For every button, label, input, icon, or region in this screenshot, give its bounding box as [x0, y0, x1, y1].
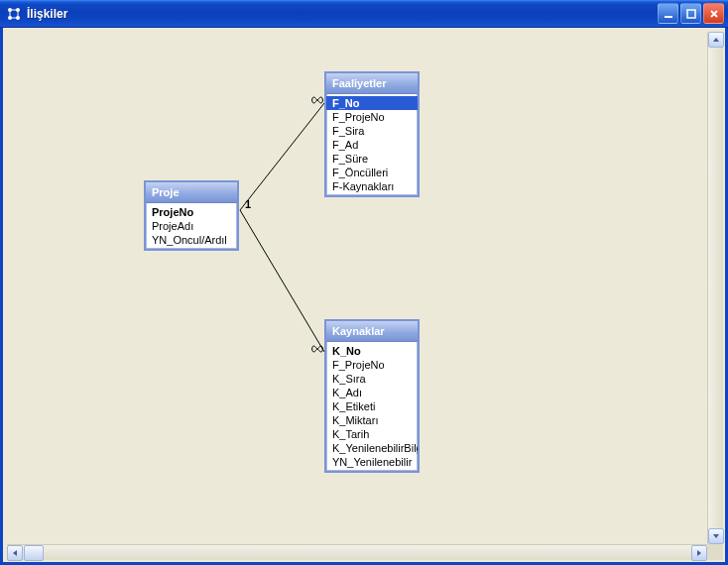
table-row[interactable]: K_Tarih: [326, 427, 418, 441]
table-row[interactable]: ProjeNo: [146, 205, 237, 219]
table-row[interactable]: F_Sira: [326, 124, 418, 138]
cardinality-one: 1: [245, 198, 251, 210]
cardinality-many-icon: [310, 345, 324, 353]
scrollbar-thumb[interactable]: [24, 545, 44, 561]
entity-title[interactable]: Faaliyetler: [326, 73, 418, 94]
entity-title[interactable]: Proje: [146, 182, 237, 203]
table-row[interactable]: K_Etiketi: [326, 399, 418, 413]
scroll-right-button[interactable]: [691, 545, 707, 561]
table-row[interactable]: K_YenilenebilirBilg: [326, 441, 418, 455]
table-row[interactable]: YN_Yenilenebilir: [326, 455, 418, 469]
horizontal-scrollbar[interactable]: [7, 544, 707, 560]
vertical-scrollbar[interactable]: [707, 32, 723, 544]
window-title: İlişkiler: [27, 7, 658, 21]
table-row[interactable]: K_Miktarı: [326, 413, 418, 427]
scroll-down-button[interactable]: [708, 528, 724, 544]
relationships-canvas[interactable]: 1 Proje ProjeNo ProjeAdı YN_Oncul/Ardıl …: [7, 32, 707, 544]
table-row[interactable]: YN_Oncul/Ardıl: [146, 233, 237, 247]
table-row[interactable]: F_ProjeNo: [326, 358, 418, 372]
app-icon: [6, 6, 22, 22]
client-frame: 1 Proje ProjeNo ProjeAdı YN_Oncul/Ardıl …: [0, 28, 728, 565]
scroll-corner: [707, 544, 723, 560]
table-row[interactable]: F_Ad: [326, 138, 418, 152]
entity-field-list: ProjeNo ProjeAdı YN_Oncul/Ardıl: [146, 203, 237, 249]
table-row[interactable]: K_No: [326, 344, 418, 358]
window-titlebar: İlişkiler: [0, 0, 728, 28]
entity-field-list: F_No F_ProjeNo F_Sira F_Ad F_Süre F_Öncü…: [326, 94, 418, 195]
svg-rect-5: [687, 10, 695, 18]
cardinality-many-icon: [310, 96, 324, 104]
entity-kaynaklar[interactable]: Kaynaklar K_No F_ProjeNo K_Sıra K_Adı K_…: [324, 319, 420, 473]
entity-field-list: K_No F_ProjeNo K_Sıra K_Adı K_Etiketi K_…: [326, 342, 418, 471]
scroll-up-button[interactable]: [708, 32, 724, 48]
table-row[interactable]: F_Öncülleri: [326, 166, 418, 179]
table-row[interactable]: F_Süre: [326, 152, 418, 166]
svg-rect-4: [665, 16, 672, 18]
table-row[interactable]: F_No: [326, 96, 418, 110]
table-row[interactable]: F-Kaynakları: [326, 179, 418, 193]
table-row[interactable]: K_Adı: [326, 386, 418, 399]
table-row[interactable]: ProjeAdı: [146, 219, 237, 233]
window-buttons: [658, 3, 724, 24]
close-button[interactable]: [703, 3, 724, 24]
table-row[interactable]: K_Sıra: [326, 372, 418, 386]
scroll-left-button[interactable]: [7, 545, 23, 561]
table-row[interactable]: F_ProjeNo: [326, 110, 418, 124]
maximize-button[interactable]: [680, 3, 701, 24]
entity-faaliyetler[interactable]: Faaliyetler F_No F_ProjeNo F_Sira F_Ad F…: [324, 71, 420, 197]
minimize-button[interactable]: [658, 3, 678, 24]
entity-title[interactable]: Kaynaklar: [326, 321, 418, 342]
entity-proje[interactable]: Proje ProjeNo ProjeAdı YN_Oncul/Ardıl: [144, 180, 239, 251]
